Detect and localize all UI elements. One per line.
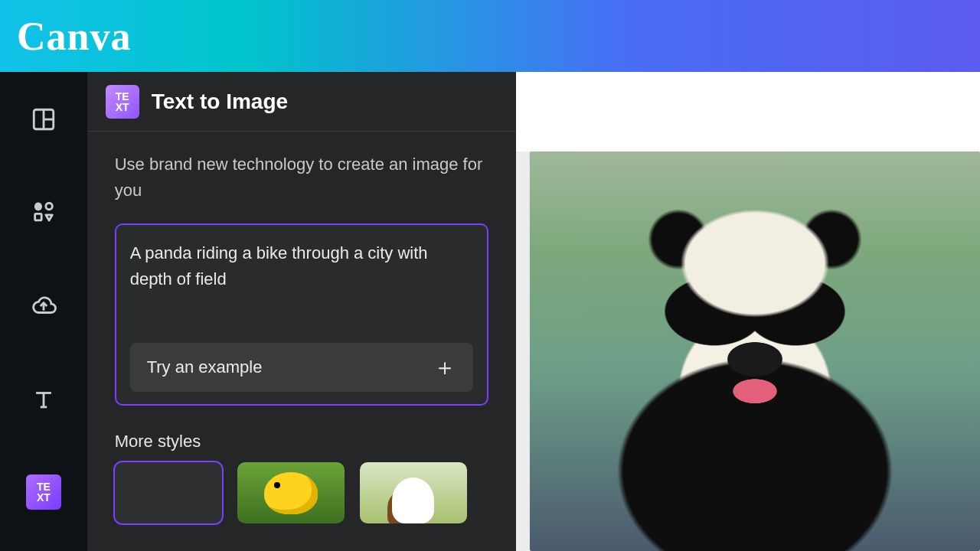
text-to-image-panel: TE XT Text to Image Use brand new techno… xyxy=(87,72,516,551)
style-tile-duck[interactable] xyxy=(237,462,345,523)
main-area: TE XT TE XT Text to Image Use brand new … xyxy=(0,72,980,551)
uploads-icon[interactable] xyxy=(25,288,62,324)
app-badge-label: TE XT xyxy=(37,481,51,503)
panel-header: TE XT Text to Image xyxy=(87,72,516,132)
panel-body: Use brand new technology to create an im… xyxy=(87,132,516,523)
prompt-box: Try an example ＋ xyxy=(115,223,488,406)
elements-icon[interactable] xyxy=(25,194,62,231)
panel-description: Use brand new technology to create an im… xyxy=(115,152,488,204)
canvas-stage[interactable] xyxy=(516,152,980,551)
prompt-input[interactable] xyxy=(130,240,473,340)
templates-icon[interactable] xyxy=(25,101,62,138)
style-tile-none[interactable] xyxy=(115,462,222,523)
canva-logo: Canva xyxy=(17,14,131,59)
duck-thumb xyxy=(237,462,345,523)
generated-image[interactable] xyxy=(530,152,980,551)
svg-rect-4 xyxy=(34,214,41,220)
rabbit-thumb xyxy=(360,462,467,523)
styles-row xyxy=(115,462,488,523)
panel-app-badge-label: TE XT xyxy=(116,91,129,112)
plus-icon: ＋ xyxy=(433,352,456,383)
svg-point-3 xyxy=(46,203,53,210)
style-tile-rabbit[interactable] xyxy=(360,462,467,523)
canvas-toolbar xyxy=(516,72,980,152)
text-to-image-app-icon[interactable]: TE XT xyxy=(26,474,61,510)
more-styles-label: More styles xyxy=(115,432,488,452)
top-banner: Canva xyxy=(0,0,980,72)
canvas-area xyxy=(516,72,980,551)
left-rail: TE XT xyxy=(0,72,87,551)
try-example-label: Try an example xyxy=(147,357,263,377)
text-icon[interactable] xyxy=(25,381,62,418)
try-example-button[interactable]: Try an example ＋ xyxy=(130,343,473,392)
panel-title: Text to Image xyxy=(152,90,288,114)
panel-app-icon: TE XT xyxy=(106,85,139,119)
